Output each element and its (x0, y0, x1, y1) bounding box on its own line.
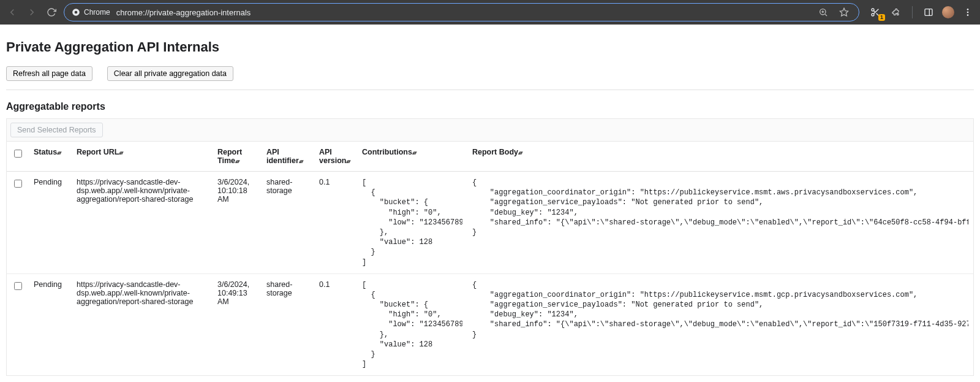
col-api-label: API identifier (266, 148, 299, 165)
select-all-header (7, 142, 29, 172)
table-header-row: Status▴▾ Report URL▴▾ Report Time▴▾ API … (7, 142, 973, 172)
cell-body: { "aggregation_coordinator_origin": "htt… (467, 172, 973, 274)
profile-avatar[interactable] (942, 6, 954, 18)
chrome-icon (72, 8, 80, 17)
side-panel-icon[interactable] (921, 5, 936, 20)
col-body[interactable]: Report Body▴▾ (467, 142, 973, 172)
page-content: Private Aggregation API Internals Refres… (0, 25, 980, 382)
svg-point-16 (967, 14, 969, 16)
row-checkbox[interactable] (14, 282, 22, 290)
zoom-icon[interactable] (816, 5, 831, 20)
svg-point-8 (872, 13, 874, 16)
back-button[interactable] (5, 5, 20, 20)
cell-url: https://privacy-sandcastle-dev-dsp.web.a… (72, 172, 213, 274)
svg-point-14 (967, 9, 969, 10)
sort-icon: ▴▾ (518, 150, 522, 156)
col-body-label: Report Body (472, 148, 518, 156)
cell-body: { "aggregation_coordinator_origin": "htt… (467, 273, 973, 375)
col-contrib-label: Contributions (362, 148, 412, 156)
cell-contributions: [ { "bucket": { "high": "0", "low": "123… (357, 172, 467, 274)
extensions-icon[interactable] (889, 5, 903, 20)
svg-line-3 (825, 14, 827, 16)
svg-point-1 (75, 11, 78, 14)
col-time[interactable]: Report Time▴▾ (213, 142, 262, 172)
section-divider (6, 90, 974, 90)
cell-time: 3/6/2024, 10:49:13 AM (213, 273, 262, 375)
clear-data-button[interactable]: Clear all private aggregation data (107, 66, 233, 81)
reload-button[interactable] (44, 5, 59, 20)
svg-point-7 (872, 9, 874, 11)
address-bar-url: chrome://private-aggregation-internals (116, 8, 251, 17)
send-selected-button[interactable]: Send Selected Reports (10, 123, 103, 137)
svg-point-15 (967, 12, 969, 13)
site-chip-label: Chrome (84, 8, 110, 17)
col-status-label: Status (34, 148, 57, 156)
table-row: Pendinghttps://privacy-sandcastle-dev-ds… (7, 273, 973, 375)
col-status[interactable]: Status▴▾ (29, 142, 72, 172)
cell-api: shared-storage (262, 172, 314, 274)
sort-icon: ▴▾ (119, 150, 123, 156)
cell-contributions: [ { "bucket": { "high": "0", "low": "123… (357, 273, 467, 375)
cell-status: Pending (29, 172, 72, 274)
cell-version: 0.1 (314, 273, 357, 375)
toolbar-right: 1 (864, 5, 975, 20)
kebab-menu-icon[interactable] (960, 5, 975, 20)
cell-version: 0.1 (314, 172, 357, 274)
col-contributions[interactable]: Contributions▴▾ (357, 142, 467, 172)
reports-section-title: Aggregatable reports (6, 101, 974, 112)
select-all-checkbox[interactable] (14, 150, 22, 158)
bookmark-star-icon[interactable] (837, 5, 851, 20)
extension-scissors-icon[interactable]: 1 (868, 5, 883, 20)
svg-marker-6 (840, 8, 848, 16)
address-bar[interactable]: Chrome chrome://private-aggregation-inte… (64, 3, 859, 21)
action-buttons: Refresh all page data Clear all private … (6, 66, 974, 81)
col-url[interactable]: Report URL▴▾ (72, 142, 213, 172)
cell-api: shared-storage (262, 273, 314, 375)
sort-icon: ▴▾ (57, 150, 61, 156)
toolbar-divider (912, 6, 913, 18)
forward-button[interactable] (24, 5, 39, 20)
browser-toolbar: Chrome chrome://private-aggregation-inte… (0, 0, 980, 25)
table-row: Pendinghttps://privacy-sandcastle-dev-ds… (7, 172, 973, 274)
cell-time: 3/6/2024, 10:10:18 AM (213, 172, 262, 274)
page-title: Private Aggregation API Internals (6, 39, 974, 55)
cell-status: Pending (29, 273, 72, 375)
extension-badge-count: 1 (878, 14, 885, 21)
sort-icon: ▴▾ (299, 158, 303, 164)
sort-icon: ▴▾ (235, 158, 239, 164)
reports-toolbar: Send Selected Reports (7, 119, 973, 142)
row-checkbox[interactable] (14, 180, 22, 188)
col-api[interactable]: API identifier▴▾ (262, 142, 314, 172)
cell-url: https://privacy-sandcastle-dev-dsp.web.a… (72, 273, 213, 375)
site-chip: Chrome (72, 8, 110, 17)
refresh-button[interactable]: Refresh all page data (6, 66, 92, 81)
reports-table: Status▴▾ Report URL▴▾ Report Time▴▾ API … (7, 142, 973, 375)
col-url-label: Report URL (77, 148, 119, 156)
reports-panel: Send Selected Reports Status▴▾ Report UR… (6, 118, 974, 376)
col-version-label: API version (319, 148, 346, 165)
col-version[interactable]: API version▴▾ (314, 142, 357, 172)
sort-icon: ▴▾ (346, 158, 350, 164)
svg-line-11 (873, 10, 875, 12)
svg-rect-12 (925, 9, 932, 16)
sort-icon: ▴▾ (412, 150, 416, 156)
